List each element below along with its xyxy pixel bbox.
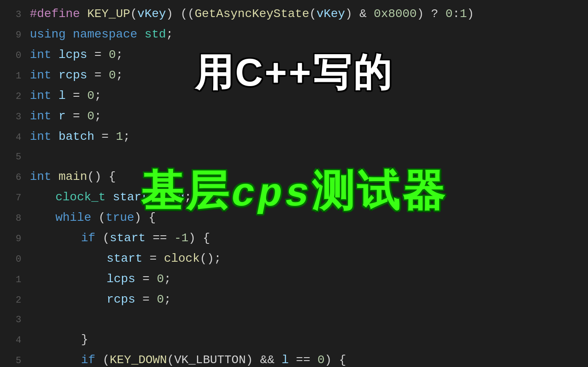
code-line: 8while (true) { xyxy=(0,208,588,228)
code-container: 3#define KEY_UP(vKey) ((GetAsyncKeyState… xyxy=(0,0,588,367)
code-line: 4} xyxy=(0,330,588,350)
code-text: if (start == -1) { xyxy=(30,228,210,248)
code-line: 2rcps = 0; xyxy=(0,290,588,310)
code-text: rcps = 0; xyxy=(30,290,171,309)
code-line: 5 xyxy=(0,147,588,167)
line-number: 9 xyxy=(4,26,21,45)
code-line: 0start = clock(); xyxy=(0,249,588,269)
code-text: } xyxy=(30,330,88,350)
code-text: int r = 0; xyxy=(30,107,101,126)
line-number: 0 xyxy=(4,46,21,66)
code-line: 3#define KEY_UP(vKey) ((GetAsyncKeyState… xyxy=(0,4,588,25)
line-number: 5 xyxy=(4,351,21,367)
code-line: 9if (start == -1) { xyxy=(0,228,588,249)
code-text: lcps = 0; xyxy=(30,269,171,289)
code-text: clock_t start, end; xyxy=(30,188,191,207)
code-text: using namespace std; xyxy=(30,25,173,44)
line-number: 7 xyxy=(4,188,21,208)
code-text: int main() { xyxy=(30,167,116,187)
line-number: 6 xyxy=(4,168,21,188)
line-number: 9 xyxy=(4,229,21,249)
code-line: 3 xyxy=(0,310,588,330)
line-number: 3 xyxy=(4,5,21,25)
code-line: 2int l = 0; xyxy=(0,86,588,107)
code-text: while (true) { xyxy=(30,208,156,228)
line-number: 4 xyxy=(4,331,21,350)
line-number: 2 xyxy=(4,87,21,107)
code-text: int batch = 1; xyxy=(30,127,130,147)
line-number: 2 xyxy=(4,291,21,310)
code-text: int lcps = 0; xyxy=(30,45,123,65)
code-lines: 3#define KEY_UP(vKey) ((GetAsyncKeyState… xyxy=(0,0,588,367)
code-text: #define KEY_UP(vKey) ((GetAsyncKeyState(… xyxy=(30,4,474,24)
code-line: 3int r = 0; xyxy=(0,107,588,127)
line-number: 4 xyxy=(4,128,21,147)
code-line: 5if (KEY_DOWN(VK_LBUTTON) && l == 0) { xyxy=(0,350,588,367)
line-number: 5 xyxy=(4,147,21,167)
code-line: 0int lcps = 0; xyxy=(0,45,588,66)
code-line: 9using namespace std; xyxy=(0,25,588,45)
line-number: 8 xyxy=(4,209,21,228)
code-line: 4int batch = 1; xyxy=(0,127,588,147)
line-number: 0 xyxy=(4,250,21,269)
line-number: 1 xyxy=(4,270,21,290)
code-text: int l = 0; xyxy=(30,86,101,106)
line-number: 3 xyxy=(4,107,21,127)
line-number: 3 xyxy=(4,310,21,330)
code-text: start = clock(); xyxy=(30,249,221,269)
line-number: 1 xyxy=(4,66,21,86)
code-line: 7clock_t start, end; xyxy=(0,188,588,208)
code-line: 1lcps = 0; xyxy=(0,269,588,290)
code-line: 1int rcps = 0; xyxy=(0,66,588,86)
code-text: int rcps = 0; xyxy=(30,66,123,85)
code-text: if (KEY_DOWN(VK_LBUTTON) && l == 0) { xyxy=(30,350,346,367)
code-line: 6int main() { xyxy=(0,167,588,188)
